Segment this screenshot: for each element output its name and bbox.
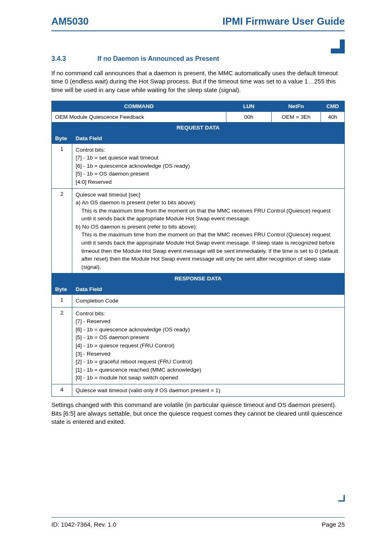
svg-rect-1 <box>331 49 345 53</box>
datafield-cell: Completion Code <box>72 295 345 308</box>
byte-cell: 1 <box>52 143 72 188</box>
page-footer: ID: 1042-7364, Rev. 1.0 Page 25 <box>51 517 345 528</box>
col-cmd: CMD <box>321 101 345 111</box>
table-row: 1 Completion Code <box>52 295 345 308</box>
cmd-cmd: 40h <box>321 111 345 122</box>
svg-rect-3 <box>338 500 345 502</box>
datafield-header: Data Field <box>72 284 345 295</box>
table-row: 2 Quiesce wait timeout [sec] a) An OS da… <box>52 188 345 273</box>
footer-page-num: Page 25 <box>322 521 345 528</box>
header-doc-title: IPMI Firmware User Guide <box>223 16 345 27</box>
section-number: 3.4.3 <box>51 55 97 62</box>
page-header: AM5030 IPMI Firmware User Guide <box>51 16 345 31</box>
cmd-netfn: OEM = 3Eh <box>272 111 321 122</box>
col-command: COMMAND <box>52 101 226 111</box>
header-product: AM5030 <box>51 16 89 27</box>
col-lun: LUN <box>226 101 272 111</box>
request-data-header: REQUEST DATA <box>52 122 345 133</box>
datafield-cell: Control bits: [7] - 1b = set quiesce wai… <box>72 143 345 188</box>
section-title: If no Daemon is Announced as Present <box>97 55 219 62</box>
byte-cell: 1 <box>52 295 72 308</box>
byte-cell: 2 <box>52 307 72 384</box>
section-heading: 3.4.3 If no Daemon is Announced as Prese… <box>51 55 345 62</box>
datafield-cell: Quiesce wait timeout [sec] a) An OS daem… <box>72 188 345 273</box>
footer-corner-icon <box>338 495 345 502</box>
datafield-cell: Quiesce wait timeout (valid only if OS d… <box>72 384 345 397</box>
datafield-header: Data Field <box>72 133 345 143</box>
col-netfn: NetFn <box>272 101 321 111</box>
byte-header: Byte <box>52 133 72 143</box>
cmd-lun: 00h <box>226 111 272 122</box>
footer-doc-id: ID: 1042-7364, Rev. 1.0 <box>51 521 116 528</box>
outro-paragraph: Settings changed with this command are v… <box>51 401 345 426</box>
byte-cell: 2 <box>52 188 72 273</box>
command-table: COMMAND LUN NetFn CMD OEM Module Quiesce… <box>51 101 345 397</box>
table-row: 1 Control bits: [7] - 1b = set quiesce w… <box>52 143 345 188</box>
table-row: 2 Control bits: [7] - Reserved [6] - 1b … <box>52 307 345 384</box>
byte-cell: 4 <box>52 384 72 397</box>
logo-corner-icon <box>331 39 345 53</box>
byte-header: Byte <box>52 284 72 295</box>
datafield-cell: Control bits: [7] - Reserved [6] - 1b = … <box>72 307 345 384</box>
table-row: 4 Quiesce wait timeout (valid only if OS… <box>52 384 345 397</box>
cmd-name: OEM Module Quiescence Feedback <box>52 111 226 122</box>
table-row: OEM Module Quiescence Feedback 00h OEM =… <box>52 111 345 122</box>
intro-paragraph: If no command call announces that a daem… <box>51 69 345 94</box>
table-header-row: COMMAND LUN NetFn CMD <box>52 101 345 111</box>
response-data-header: RESPONSE DATA <box>52 273 345 284</box>
